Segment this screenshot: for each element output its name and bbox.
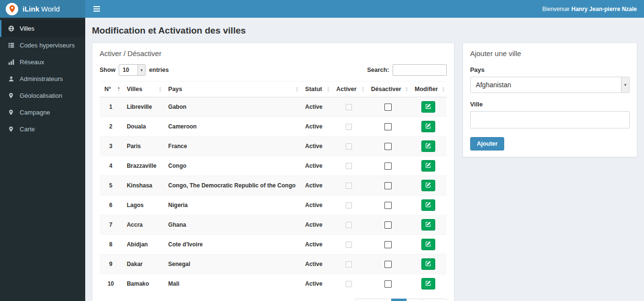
column-header-1[interactable]: Villes▴▾ <box>122 81 164 97</box>
statut-cell: Active <box>300 255 331 274</box>
edit-button[interactable] <box>421 140 435 152</box>
table-row: 2 Douala Cameroon Active <box>100 117 447 137</box>
sidebar-item-label: Campagne <box>20 109 50 116</box>
sidebar-item-reseaux[interactable]: Réseaux <box>0 54 85 70</box>
search-input[interactable] <box>393 64 447 76</box>
statut-cell: Active <box>300 176 331 196</box>
brand-logo[interactable]: iLinkWorld <box>0 0 85 18</box>
pays-cell: Cote d'Ivoire <box>163 235 300 255</box>
sidebar-item-geolocalisation[interactable]: Géolocalisation <box>0 87 85 104</box>
activer-checkbox[interactable] <box>346 163 352 169</box>
sidebar-item-codes-hyperviseurs[interactable]: Codes hyperviseurs <box>0 37 85 54</box>
sidebar-item-campagne[interactable]: Campagne <box>0 104 85 121</box>
edit-button[interactable] <box>421 101 435 113</box>
table-controls: Show 10 entries Search: <box>100 64 447 76</box>
pagination-page-1[interactable]: 1 <box>391 299 407 301</box>
activer-checkbox[interactable] <box>346 104 352 110</box>
activer-checkbox[interactable] <box>346 143 352 150</box>
desactiver-checkbox[interactable] <box>384 123 392 130</box>
add-ville-panel: Ajouter une ville Pays Afghanistan Ville… <box>463 43 637 157</box>
column-label: Villes <box>127 86 142 93</box>
sidebar-item-label: Codes hyperviseurs <box>20 42 75 49</box>
statut-cell: Active <box>300 196 331 215</box>
desactiver-checkbox[interactable] <box>384 162 392 170</box>
navbar: BienvenueHanry Jean-pierre Nzale <box>85 0 644 18</box>
sidebar-item-administrateurs[interactable]: Administrateurs <box>0 70 85 87</box>
edit-button[interactable] <box>421 278 435 289</box>
desactiver-checkbox[interactable] <box>384 104 392 111</box>
column-label: Statut <box>305 86 322 93</box>
edit-button[interactable] <box>421 219 435 231</box>
edit-button[interactable] <box>421 180 435 191</box>
activer-checkbox[interactable] <box>346 222 352 228</box>
pagination-previous[interactable]: Previous <box>355 299 392 301</box>
table-footer: Showing 1 to 10 of 17 entries Previous12… <box>100 299 447 301</box>
activer-checkbox[interactable] <box>346 183 352 189</box>
search-label: Search: <box>367 67 389 73</box>
page-length-select[interactable]: 10 <box>119 64 146 76</box>
row-number: 9 <box>100 255 122 274</box>
activer-checkbox[interactable] <box>346 242 352 248</box>
chevron-down-icon <box>137 65 145 75</box>
edit-icon <box>425 103 431 111</box>
ville-input[interactable] <box>470 111 630 128</box>
activer-checkbox[interactable] <box>346 124 352 130</box>
column-header-3[interactable]: Statut▴▾ <box>300 81 331 97</box>
pays-select[interactable]: Afghanistan <box>470 77 630 93</box>
pagination-next[interactable]: Next <box>422 299 447 301</box>
desactiver-checkbox[interactable] <box>384 202 392 209</box>
statut-cell: Active <box>300 117 331 137</box>
table-row: 6 Lagos Nigeria Active <box>100 196 447 215</box>
edit-icon <box>425 182 431 189</box>
column-header-4[interactable]: Activer▴▾ <box>331 81 366 97</box>
activer-checkbox[interactable] <box>346 261 352 267</box>
edit-icon <box>425 123 431 130</box>
villes-table-body: 1 Libreville Gabon Active 2 Douala Camer… <box>100 97 447 294</box>
desactiver-checkbox[interactable] <box>384 241 392 248</box>
edit-icon <box>425 241 431 248</box>
list-icon <box>7 42 15 48</box>
table-row: 1 Libreville Gabon Active <box>100 97 447 117</box>
edit-button[interactable] <box>421 160 435 172</box>
sidebar-item-carte[interactable]: Carte <box>0 121 85 138</box>
app-logo-icon <box>6 3 18 15</box>
statut-cell: Active <box>300 215 331 235</box>
pays-cell: Ghana <box>163 215 300 235</box>
table-row: 10 Bamako Mali Active <box>100 274 447 294</box>
desactiver-checkbox[interactable] <box>384 221 392 229</box>
table-header-row: N°▴▾Villes▴▾Pays▴▾Statut▴▾Activer▴▾Désac… <box>100 81 447 97</box>
edit-icon <box>425 201 431 209</box>
desactiver-checkbox[interactable] <box>384 261 392 268</box>
activer-checkbox[interactable] <box>346 281 352 287</box>
desactiver-checkbox[interactable] <box>384 280 392 288</box>
activer-checkbox[interactable] <box>346 202 352 208</box>
desactiver-checkbox[interactable] <box>384 143 392 150</box>
ville-cell: Bamako <box>122 274 164 294</box>
column-label: Activer <box>336 86 356 93</box>
column-header-6[interactable]: Modifier▴▾ <box>410 81 447 97</box>
column-header-5[interactable]: Désactiver▴▾ <box>366 81 410 97</box>
column-header-0[interactable]: N°▴▾ <box>100 81 122 97</box>
sidebar-item-villes[interactable]: Villes <box>0 20 85 37</box>
pagination-page-2[interactable]: 2 <box>407 299 422 301</box>
table-row: 4 Brazzaville Congo Active <box>100 156 447 176</box>
page-length-control: Show 10 entries <box>100 64 169 76</box>
pays-cell: Cameroon <box>163 117 300 137</box>
edit-button[interactable] <box>421 258 435 270</box>
ville-cell: Dakar <box>122 255 164 274</box>
user-icon <box>7 76 15 82</box>
row-number: 4 <box>100 156 122 176</box>
villes-panel: Activer / Désactiver Show 10 entries Sea… <box>92 43 454 301</box>
sort-icon: ▴▾ <box>442 86 444 92</box>
edit-button[interactable] <box>421 199 435 211</box>
edit-button[interactable] <box>421 239 435 250</box>
pays-label: Pays <box>470 66 630 73</box>
sidebar-item-label: Réseaux <box>20 58 44 66</box>
edit-button[interactable] <box>421 121 435 132</box>
column-header-2[interactable]: Pays▴▾ <box>163 81 300 97</box>
sidebar-toggle-button[interactable] <box>92 4 101 14</box>
edit-icon <box>425 280 431 288</box>
ajouter-button[interactable]: Ajouter <box>470 137 505 150</box>
desactiver-checkbox[interactable] <box>384 182 392 189</box>
statut-cell: Active <box>300 156 331 176</box>
